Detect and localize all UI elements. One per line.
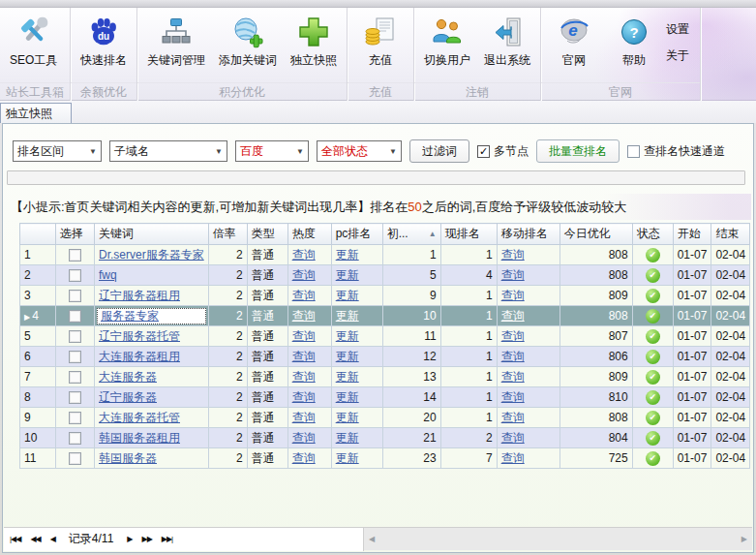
settings-button[interactable]: 设置 bbox=[666, 21, 689, 38]
tab-standalone-snapshot[interactable]: 独立快照 bbox=[0, 103, 72, 123]
baidu-paw-button[interactable]: du快速排名 bbox=[74, 10, 134, 82]
table-row[interactable]: ▶4服务器专家2普通查询更新101查询808✔01-0702-04 bbox=[20, 306, 750, 326]
globe-add-button[interactable]: 添加关键词 bbox=[212, 10, 284, 82]
heat-query-link[interactable]: 查询 bbox=[292, 451, 316, 465]
mobile-rank-query-link[interactable]: 查询 bbox=[501, 248, 525, 262]
row-checkbox[interactable] bbox=[69, 371, 81, 384]
heat-query-link[interactable]: 查询 bbox=[292, 289, 316, 302]
mobile-rank-query-link[interactable]: 查询 bbox=[501, 289, 525, 302]
pc-rank-update-link[interactable]: 更新 bbox=[336, 411, 359, 424]
keyword-link[interactable]: 服务器专家 bbox=[101, 308, 159, 324]
scrollbar-right-icon[interactable]: ▶ bbox=[737, 535, 752, 543]
column-header-2[interactable]: 关键词 bbox=[95, 224, 209, 245]
heat-query-link[interactable]: 查询 bbox=[292, 431, 316, 445]
mobile-rank-query-link[interactable]: 查询 bbox=[501, 390, 525, 404]
keyword-link[interactable]: 辽宁服务器租用 bbox=[99, 289, 180, 302]
row-checkbox[interactable] bbox=[69, 249, 81, 262]
batch-rank-check-button[interactable]: 批量查排名 bbox=[536, 139, 620, 163]
ie-browser-button[interactable]: e官网 bbox=[544, 10, 604, 82]
coins-button[interactable]: 充值 bbox=[350, 10, 410, 82]
pc-rank-update-link[interactable]: 更新 bbox=[336, 309, 359, 323]
multi-node-checkbox-wrap[interactable]: ✓ 多节点 bbox=[477, 143, 529, 160]
table-row[interactable]: 2fwq2普通查询更新54查询808✔01-0702-04 bbox=[20, 265, 750, 286]
table-row[interactable]: 5辽宁服务器托管2普通查询更新111查询807✔01-0702-04 bbox=[20, 326, 750, 347]
rank-range-dropdown[interactable]: 排名区间 ▼ bbox=[13, 140, 102, 162]
keyword-inline-editor[interactable]: 服务器专家 bbox=[97, 308, 206, 324]
keyword-link[interactable]: 大连服务器托管 bbox=[99, 411, 180, 424]
pc-rank-update-link[interactable]: 更新 bbox=[336, 350, 359, 363]
fast-next-icon[interactable]: ▶▶ bbox=[141, 535, 151, 543]
help-button[interactable]: ?帮助 bbox=[604, 10, 664, 82]
column-header-4[interactable]: 类型 bbox=[247, 224, 287, 245]
mobile-rank-query-link[interactable]: 查询 bbox=[501, 329, 525, 343]
prev-record-icon[interactable]: ◀ bbox=[50, 535, 55, 543]
keyword-link[interactable]: 韩国服务器租用 bbox=[99, 431, 180, 445]
keyword-link[interactable]: 辽宁服务器 bbox=[99, 390, 157, 404]
pc-rank-update-link[interactable]: 更新 bbox=[336, 248, 359, 262]
about-button[interactable]: 关于 bbox=[666, 47, 689, 64]
mobile-rank-query-link[interactable]: 查询 bbox=[501, 431, 525, 445]
checkbox-unchecked-icon[interactable] bbox=[627, 145, 640, 158]
heat-query-link[interactable]: 查询 bbox=[292, 248, 316, 262]
row-checkbox[interactable] bbox=[69, 452, 81, 465]
heat-query-link[interactable]: 查询 bbox=[292, 329, 316, 343]
scrollbar-left-icon[interactable]: ◀ bbox=[364, 535, 379, 543]
column-header-8[interactable]: 现排名 bbox=[440, 224, 497, 245]
checkbox-checked-icon[interactable]: ✓ bbox=[477, 145, 490, 158]
column-header-6[interactable]: pc排名 bbox=[331, 224, 382, 245]
keyword-link[interactable]: Dr.server服务器专家 bbox=[99, 248, 204, 262]
row-checkbox[interactable] bbox=[69, 391, 81, 404]
table-row[interactable]: 11韩国服务器2普通查询更新237查询725✔01-0702-04 bbox=[20, 448, 750, 469]
keyword-link[interactable]: 大连服务器租用 bbox=[99, 350, 180, 363]
next-record-icon[interactable]: ▶ bbox=[127, 535, 132, 543]
heat-query-link[interactable]: 查询 bbox=[292, 390, 316, 404]
pc-rank-update-link[interactable]: 更新 bbox=[336, 390, 359, 404]
keyword-link[interactable]: 大连服务器 bbox=[99, 370, 157, 384]
row-checkbox[interactable] bbox=[69, 351, 81, 363]
pc-rank-update-link[interactable]: 更新 bbox=[336, 451, 359, 465]
exit-door-button[interactable]: 退出系统 bbox=[477, 10, 537, 82]
mobile-rank-query-link[interactable]: 查询 bbox=[501, 451, 525, 465]
column-header-0[interactable] bbox=[20, 224, 56, 245]
mobile-rank-query-link[interactable]: 查询 bbox=[501, 268, 525, 282]
keyword-link[interactable]: 韩国服务器 bbox=[99, 451, 157, 465]
pc-rank-update-link[interactable]: 更新 bbox=[336, 289, 359, 302]
table-row[interactable]: 3辽宁服务器租用2普通查询更新91查询809✔01-0702-04 bbox=[20, 286, 750, 306]
heat-query-link[interactable]: 查询 bbox=[292, 411, 316, 424]
keyword-link[interactable]: fwq bbox=[99, 268, 117, 282]
row-checkbox[interactable] bbox=[69, 432, 81, 445]
column-header-10[interactable]: 今日优化 bbox=[559, 224, 632, 245]
table-row[interactable]: 7大连服务器2普通查询更新131查询809✔01-0702-04 bbox=[20, 367, 750, 387]
keyword-link[interactable]: 辽宁服务器托管 bbox=[99, 329, 180, 343]
column-header-12[interactable]: 开始 bbox=[673, 224, 711, 245]
fast-prev-icon[interactable]: ◀◀ bbox=[30, 535, 40, 543]
heat-query-link[interactable]: 查询 bbox=[292, 350, 316, 363]
status-filter-dropdown[interactable]: 全部状态 ▼ bbox=[317, 140, 402, 162]
table-row[interactable]: 6大连服务器租用2普通查询更新121查询806✔01-0702-04 bbox=[20, 347, 750, 367]
switch-users-button[interactable]: 切换用户 bbox=[417, 10, 477, 82]
tools-button[interactable]: SEO工具 bbox=[3, 10, 64, 82]
pc-rank-update-link[interactable]: 更新 bbox=[336, 329, 359, 343]
row-checkbox[interactable] bbox=[69, 412, 81, 424]
table-row[interactable]: 10韩国服务器租用2普通查询更新212查询804✔01-0702-04 bbox=[20, 428, 750, 448]
table-row[interactable]: 8辽宁服务器2普通查询更新141查询810✔01-0702-04 bbox=[20, 387, 750, 408]
search-engine-dropdown[interactable]: 百度 ▼ bbox=[235, 140, 309, 162]
column-header-3[interactable]: 倍率 bbox=[208, 224, 247, 245]
row-checkbox[interactable] bbox=[69, 290, 81, 302]
heat-query-link[interactable]: 查询 bbox=[292, 309, 316, 323]
sitemap-button[interactable]: 关键词管理 bbox=[140, 10, 212, 82]
pc-rank-update-link[interactable]: 更新 bbox=[336, 268, 359, 282]
pc-rank-update-link[interactable]: 更新 bbox=[336, 431, 359, 445]
column-header-5[interactable]: 热度 bbox=[287, 224, 331, 245]
green-plus-button[interactable]: 独立快照 bbox=[284, 10, 344, 82]
column-header-7[interactable]: ▲初... bbox=[382, 224, 440, 245]
mobile-rank-query-link[interactable]: 查询 bbox=[501, 411, 525, 424]
mobile-rank-query-link[interactable]: 查询 bbox=[501, 350, 525, 363]
table-row[interactable]: 1Dr.server服务器专家2普通查询更新11查询808✔01-0702-04 bbox=[20, 245, 750, 265]
filter-words-button[interactable]: 过滤词 bbox=[409, 139, 469, 163]
mobile-rank-query-link[interactable]: 查询 bbox=[501, 370, 525, 384]
row-checkbox[interactable] bbox=[69, 330, 81, 343]
row-checkbox[interactable] bbox=[69, 269, 81, 282]
last-record-icon[interactable]: ▶▶| bbox=[162, 535, 172, 543]
column-header-13[interactable]: 结束 bbox=[711, 224, 750, 245]
